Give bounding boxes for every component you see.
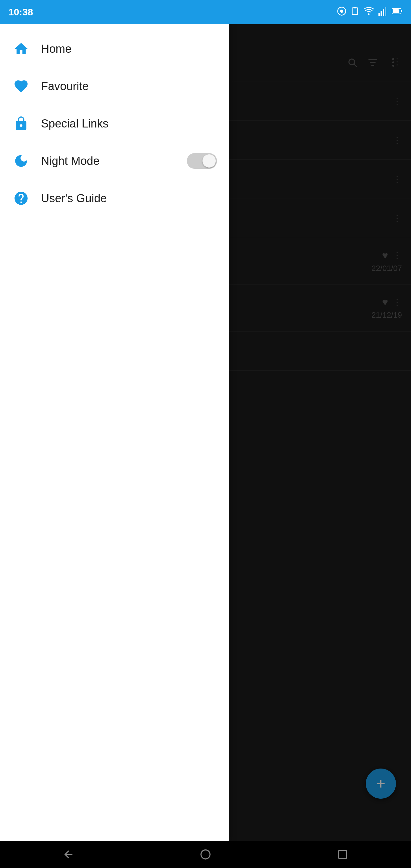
drawer-item-favourite[interactable]: Favourite [0,67,229,105]
svg-rect-2 [352,7,358,14]
help-icon [12,189,30,207]
home-button[interactable] [193,845,218,864]
svg-rect-6 [381,11,382,16]
svg-rect-5 [378,13,380,16]
media-icon [337,6,347,18]
svg-rect-8 [385,7,386,16]
status-time: 10:38 [8,7,33,18]
night-mode-toggle-container [187,153,217,169]
battery-icon [392,7,403,18]
svg-rect-19 [338,850,347,859]
navigation-drawer: Home Favourite Special Links Night Mode [0,24,229,841]
drawer-item-special-links[interactable]: Special Links [0,105,229,142]
svg-rect-10 [401,10,402,12]
status-bar: 10:38 [0,0,411,24]
lock-icon [12,115,30,133]
recents-button[interactable] [330,845,355,864]
night-mode-toggle[interactable] [187,153,217,169]
heart-icon [12,77,30,95]
drawer-item-night-mode[interactable]: Night Mode [0,142,229,180]
home-icon [12,40,30,58]
svg-rect-3 [353,7,356,8]
wifi-icon [363,7,374,18]
drawer-users-guide-label: User's Guide [41,192,217,205]
back-button[interactable] [56,845,81,864]
drawer-menu: Home Favourite Special Links Night Mode [0,24,229,223]
drawer-night-mode-label: Night Mode [41,155,176,167]
svg-rect-7 [383,9,384,16]
drawer-item-home[interactable]: Home [0,30,229,67]
navigation-bar [0,841,411,868]
drawer-home-label: Home [41,42,217,56]
svg-rect-11 [392,9,399,13]
signal-icon [378,7,387,18]
svg-point-18 [201,850,210,859]
svg-point-1 [340,9,344,13]
svg-point-4 [368,13,370,15]
drawer-special-links-label: Special Links [41,117,217,130]
toggle-thumb [202,154,216,167]
moon-icon [12,152,30,170]
clipboard-icon [351,6,359,18]
drawer-favourite-label: Favourite [41,80,217,93]
status-icons [337,6,403,18]
toggle-track [187,153,217,169]
drawer-item-users-guide[interactable]: User's Guide [0,180,229,217]
